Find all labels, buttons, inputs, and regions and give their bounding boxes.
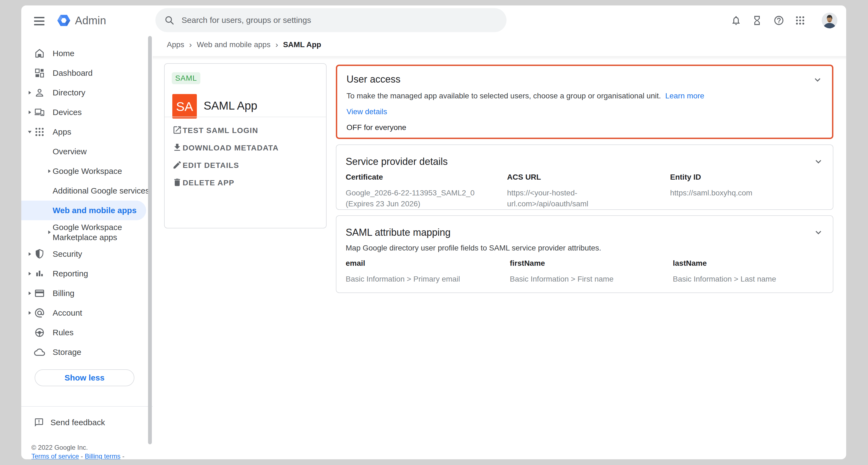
user-access-panel[interactable]: User access To make the managed app avai… <box>336 65 833 139</box>
acs-url-field: ACS URL https://<your-hosted-url.com>/ap… <box>507 173 660 209</box>
show-less-button[interactable]: Show less <box>35 369 134 386</box>
help-icon[interactable] <box>773 15 784 26</box>
expand-right-icon[interactable] <box>46 168 52 174</box>
google-apps-grid-icon[interactable] <box>795 15 806 26</box>
field-value: https://saml.boxyhq.com <box>670 188 823 198</box>
panel-title: SAML attribute mapping <box>346 227 451 238</box>
expand-right-icon[interactable] <box>27 90 33 96</box>
expand-right-icon[interactable] <box>46 229 52 235</box>
mapping-attribute: firstName <box>510 259 662 268</box>
firstname-mapping: firstName Basic Information > First name <box>510 259 662 285</box>
sidebar-scrollbar[interactable] <box>148 36 152 444</box>
sidebar-item-apps[interactable]: Apps <box>21 122 153 142</box>
tasks-hourglass-icon[interactable] <box>752 15 763 26</box>
cloud-icon <box>34 347 45 358</box>
at-icon <box>34 307 45 318</box>
copyright-text: © 2022 Google Inc. <box>31 444 88 452</box>
learn-more-link[interactable]: Learn more <box>665 92 704 100</box>
expand-right-icon[interactable] <box>27 290 33 296</box>
sidebar-item-web-and-mobile-apps[interactable]: Web and mobile apps <box>21 200 146 220</box>
search-input[interactable] <box>181 15 482 25</box>
hamburger-menu-icon[interactable] <box>34 17 44 26</box>
sidebar-item-additional-google-services[interactable]: Additional Google services <box>21 181 153 200</box>
sidebar-item-directory[interactable]: Directory <box>21 83 153 102</box>
sidebar-item-dashboard[interactable]: Dashboard <box>21 63 153 83</box>
delete-app-button[interactable]: DELETE APP <box>165 178 326 188</box>
saml-attribute-mapping-panel[interactable]: SAML attribute mapping Map Google direct… <box>336 215 833 293</box>
expand-right-icon[interactable] <box>27 271 33 277</box>
home-icon <box>34 48 45 59</box>
panel-title: User access <box>346 73 400 85</box>
chevron-down-icon[interactable] <box>814 157 823 166</box>
sidebar-item-label: Home <box>53 49 74 58</box>
sidebar-item-reporting[interactable]: Reporting <box>21 264 153 283</box>
breadcrumb: Apps › Web and mobile apps › SAML App <box>167 40 321 49</box>
sidebar-item-label: Overview <box>53 147 87 156</box>
admin-console-window: Admin Apps › Web and mobile apps › SAML … <box>21 5 846 459</box>
action-label: EDIT DETAILS <box>183 161 239 170</box>
breadcrumb-separator: › <box>189 40 192 49</box>
sidebar-item-label: Additional Google services <box>53 186 149 195</box>
credit-card-icon <box>34 288 45 299</box>
expand-right-icon[interactable] <box>27 251 33 257</box>
sidebar-item-label: Google Workspace Marketplace apps <box>53 222 132 242</box>
view-details-row: View details <box>346 107 387 116</box>
card-divider <box>165 117 326 117</box>
sidebar-item-storage[interactable]: Storage <box>21 342 153 362</box>
sidebar-item-google-workspace[interactable]: Google Workspace <box>21 161 153 181</box>
user-avatar[interactable] <box>822 12 837 28</box>
devices-icon <box>34 107 45 118</box>
google-admin-logo: Admin <box>56 13 106 28</box>
panel-title: Service provider details <box>346 156 447 167</box>
field-label: Entity ID <box>670 173 823 182</box>
sidebar-item-billing[interactable]: Billing <box>21 283 153 303</box>
mapping-value: Basic Information > First name <box>510 274 662 285</box>
dashboard-icon <box>34 68 45 79</box>
sidebar-item-label: Directory <box>53 88 85 97</box>
entity-id-field: Entity ID https://saml.boxyhq.com <box>670 173 823 198</box>
action-label: DELETE APP <box>183 179 235 187</box>
sidebar-item-label: Rules <box>53 328 73 337</box>
expand-down-icon[interactable] <box>27 129 33 135</box>
notifications-bell-icon[interactable] <box>731 15 742 26</box>
service-provider-details-panel[interactable]: Service provider details Certificate Goo… <box>336 145 833 210</box>
open-in-new-icon <box>172 125 182 135</box>
footer-links: Terms of service - Billing terms - <box>31 453 124 459</box>
sidebar-item-label: Apps <box>53 127 71 136</box>
chevron-down-icon[interactable] <box>813 75 822 85</box>
sidebar-item-rules[interactable]: Rules <box>21 323 153 342</box>
field-value: Google_2026-6-22-113953_SAML2_0 (Expires… <box>346 188 482 209</box>
user-access-description: To make the managed app available to sel… <box>346 92 704 100</box>
send-feedback-label: Send feedback <box>51 418 105 427</box>
edit-details-button[interactable]: EDIT DETAILS <box>165 160 326 171</box>
expand-right-icon[interactable] <box>27 109 33 115</box>
search-bar[interactable] <box>155 8 506 32</box>
breadcrumb-web-and-mobile-apps[interactable]: Web and mobile apps <box>197 40 271 49</box>
user-access-status: OFF for everyone <box>346 123 406 132</box>
terms-of-service-link[interactable]: Terms of service <box>31 453 79 459</box>
sidebar-item-label: Devices <box>53 108 82 117</box>
rules-wheel-icon <box>34 327 45 338</box>
field-label: Certificate <box>346 173 493 182</box>
sidebar-item-label: Storage <box>53 347 81 357</box>
breadcrumb-apps[interactable]: Apps <box>167 40 184 49</box>
send-feedback-button[interactable]: Send feedback <box>21 416 153 429</box>
breadcrumb-separator: › <box>275 40 278 49</box>
sidebar-item-devices[interactable]: Devices <box>21 102 153 122</box>
sidebar-item-home[interactable]: Home <box>21 43 153 63</box>
shield-icon <box>34 249 45 259</box>
mapping-value: Basic Information > Last name <box>673 274 826 285</box>
description-text: To make the managed app available to sel… <box>346 92 661 100</box>
sidebar-item-google-workspace-marketplace-apps[interactable]: Google Workspace Marketplace apps <box>21 220 153 244</box>
view-details-link[interactable]: View details <box>346 107 387 116</box>
expand-right-icon[interactable] <box>27 310 33 316</box>
test-saml-login-button[interactable]: TEST SAML LOGIN <box>165 125 326 136</box>
sidebar-item-account[interactable]: Account <box>21 303 153 323</box>
sidebar-item-security[interactable]: Security <box>21 244 153 264</box>
download-metadata-button[interactable]: DOWNLOAD METADATA <box>165 143 326 153</box>
action-label: TEST SAML LOGIN <box>183 126 258 135</box>
chevron-down-icon[interactable] <box>814 228 823 237</box>
sidebar-item-overview[interactable]: Overview <box>21 142 153 161</box>
billing-terms-link[interactable]: Billing terms <box>85 453 121 459</box>
mapping-description: Map Google directory user profile fields… <box>346 244 601 252</box>
